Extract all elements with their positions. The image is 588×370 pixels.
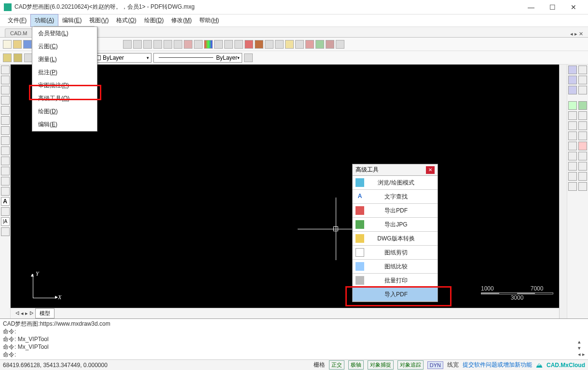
status-dyn[interactable]: DYN	[427, 361, 443, 369]
block-icon[interactable]	[1, 177, 10, 185]
status-grid[interactable]: 栅格	[314, 361, 325, 369]
tool-icon-5[interactable]	[194, 40, 203, 49]
menu-format[interactable]: 格式(O)	[112, 14, 140, 26]
polygon-icon[interactable]	[1, 96, 10, 105]
minimize-button[interactable]: —	[520, 0, 542, 14]
r-icon-7[interactable]	[568, 101, 577, 110]
spline-icon[interactable]	[1, 136, 10, 145]
model-tab[interactable]: 模型	[35, 308, 55, 318]
menu-review-annotate[interactable]: 审图批注(P)	[32, 79, 97, 92]
menu-view[interactable]: 视图(V)	[85, 14, 112, 26]
tool-icon-2[interactable]	[133, 40, 142, 49]
r-icon-14[interactable]	[578, 132, 587, 140]
point-icon[interactable]	[1, 167, 10, 175]
r-icon-16[interactable]	[578, 142, 587, 150]
panel-item-compare[interactable]: 图纸比较	[353, 260, 438, 274]
panel-item-exportjpg[interactable]: 导出JPG	[353, 218, 438, 232]
r-icon-5[interactable]	[568, 86, 577, 94]
tool-icon-15[interactable]	[295, 40, 304, 49]
tool-icon-10[interactable]	[245, 40, 253, 49]
r-icon-3[interactable]	[568, 76, 577, 84]
panel-item-exportpdf[interactable]: 导出PDF	[353, 204, 438, 218]
r-icon-2[interactable]	[578, 66, 587, 74]
tool-icon-16[interactable]	[305, 40, 314, 49]
r-icon-9[interactable]	[568, 111, 577, 120]
layer-icon-1[interactable]	[3, 53, 12, 62]
tool-icon-4[interactable]	[184, 40, 192, 49]
r-icon-11[interactable]	[568, 121, 577, 130]
r-icon-24[interactable]	[578, 182, 587, 191]
panel-item-dwgconv[interactable]: DWG版本转换	[353, 232, 438, 246]
ellipse-arc-icon[interactable]	[1, 157, 10, 165]
tool-icon-12[interactable]	[265, 40, 273, 49]
open-icon[interactable]	[13, 40, 22, 49]
tool-icon-17[interactable]	[315, 40, 324, 49]
r-icon-4[interactable]	[578, 76, 587, 84]
doc-tab-1[interactable]: CAD.M	[5, 28, 32, 37]
panel-item-batchprint[interactable]: 批量打印	[353, 274, 438, 288]
menu-advanced-tools[interactable]: 高级工具(O)	[32, 92, 97, 105]
tool-icon-11[interactable]	[255, 40, 263, 49]
r-icon-21[interactable]	[568, 172, 577, 181]
r-icon-12[interactable]	[578, 121, 587, 130]
vertical-scrollbar[interactable]	[559, 65, 567, 318]
menu-modify[interactable]: 修改(M)	[167, 14, 195, 26]
menu-help[interactable]: 帮助(H)	[195, 14, 223, 26]
tool-icon-8[interactable]	[224, 40, 233, 49]
panel-titlebar[interactable]: 高级工具 ✕	[353, 164, 438, 176]
ray-icon[interactable]	[1, 76, 10, 84]
r-icon-23[interactable]	[568, 182, 577, 191]
close-button[interactable]: ✕	[563, 0, 584, 14]
r-icon-19[interactable]	[568, 162, 577, 171]
cloud-label[interactable]: CAD.MxCloud	[547, 362, 585, 369]
panel-item-clip[interactable]: 图纸剪切	[353, 246, 438, 260]
tool-icon-18[interactable]	[326, 40, 334, 49]
panel-item-browse[interactable]: 浏览/绘图模式	[353, 176, 438, 190]
r-icon-22[interactable]	[578, 172, 587, 181]
zoom-out-icon[interactable]	[164, 40, 172, 49]
r-icon-6[interactable]	[578, 86, 587, 94]
status-lineweight[interactable]: 线宽	[447, 361, 459, 369]
r-icon-13[interactable]	[568, 132, 577, 140]
command-pane[interactable]: CAD梦想画图:https://www.mxdraw3d.com 命令: 命令:…	[0, 318, 588, 359]
status-otrack[interactable]: 对象追踪	[397, 360, 424, 370]
menu-draw[interactable]: 绘图(D)	[140, 14, 168, 26]
r-icon-18[interactable]	[578, 152, 587, 160]
linetype-combo[interactable]: ByLayer▾	[153, 53, 242, 63]
menu-function[interactable]: 功能(A)	[30, 14, 58, 27]
r-icon-15[interactable]	[568, 142, 577, 150]
table-icon[interactable]	[1, 207, 10, 216]
model-tab-nav[interactable]: ᐊ ◂ ▸ ᐅ	[14, 310, 34, 317]
tool-icon-3[interactable]	[143, 40, 152, 49]
save-icon[interactable]	[23, 40, 32, 49]
feedback-link[interactable]: 提交软件问题或增加新功能	[463, 361, 532, 369]
menu-measure[interactable]: 测量(L)	[32, 53, 97, 66]
tool-icon-14[interactable]	[285, 40, 294, 49]
tool-icon-6[interactable]	[204, 40, 213, 49]
zoom-in-icon[interactable]	[153, 40, 162, 49]
cmd-scroll-nav[interactable]: ▴▾◂ ▸	[578, 339, 585, 357]
menu-annotate[interactable]: 批注(P)	[32, 66, 97, 79]
r-icon-20[interactable]	[578, 162, 587, 171]
r-icon-8[interactable]	[578, 101, 587, 110]
status-ortho[interactable]: 正交	[329, 360, 344, 370]
panel-item-textfind[interactable]: A文字查找	[353, 190, 438, 204]
r-icon-10[interactable]	[578, 111, 587, 120]
hatch-icon[interactable]	[1, 187, 10, 196]
status-polar[interactable]: 极轴	[348, 360, 364, 370]
region-icon[interactable]	[1, 227, 10, 236]
pan-icon[interactable]	[174, 40, 182, 49]
menu-member-login[interactable]: 会员登陆(L)	[32, 27, 97, 40]
maximize-button[interactable]: ☐	[542, 0, 563, 14]
tool-icon-13[interactable]	[275, 40, 284, 49]
status-osnap[interactable]: 对象捕捉	[368, 360, 394, 370]
tool-icon-9[interactable]	[234, 40, 243, 49]
arc-icon[interactable]	[1, 116, 10, 125]
r-icon-17[interactable]	[568, 152, 577, 160]
color-combo[interactable]: ByLayer▾	[94, 53, 151, 63]
polyline-icon[interactable]	[1, 86, 10, 94]
panel-item-importpdf[interactable]: 导入PDF	[353, 288, 438, 302]
tab-nav[interactable]: ◂ ▸ ✕	[570, 31, 583, 37]
layer-icon-2[interactable]	[14, 53, 22, 62]
menu-edit[interactable]: 编辑(E)	[58, 14, 85, 26]
